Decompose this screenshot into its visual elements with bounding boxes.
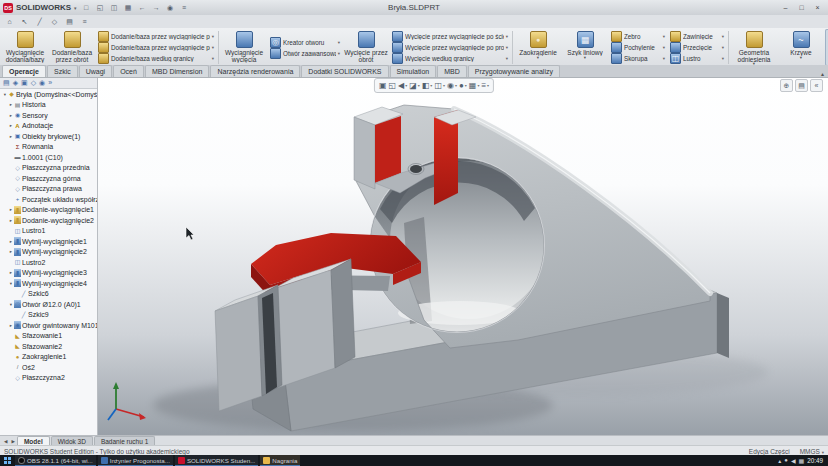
taskbar-item-nagrania[interactable]: Nagrania	[260, 455, 300, 466]
taskbar-item-obs-28-1-1-64-bit-wi[interactable]: OBS 28.1.1 (64-bit, wi...	[15, 455, 96, 466]
rebuild-icon[interactable]: ◉	[164, 1, 177, 14]
tree-item-płaszczyzna2[interactable]: ◇Płaszczyzna2	[0, 373, 97, 384]
ribbon-button-dodanie-baza-według-granicy[interactable]: Dodanie/baza według granicy▾	[96, 53, 216, 64]
tree-item-zaokrąglenie1[interactable]: ●Zaokrąglenie1	[0, 352, 97, 363]
tree-item-historia[interactable]: ▸▤Historia	[0, 100, 97, 111]
tab-operacje[interactable]: Operacje	[2, 65, 46, 77]
tree-item-szkic6[interactable]: ╱Szkic6	[0, 289, 97, 300]
tree-item-obiekty-bryłowe-1[interactable]: ▸▣Obiekty bryłowe(1)	[0, 131, 97, 142]
tree-item-dodanie-wyciągnięcie2[interactable]: ▸▮Dodanie-wyciągnięcie2	[0, 215, 97, 226]
tree-item-płaszczyzna-górna[interactable]: ◇Płaszczyzna górna	[0, 173, 97, 184]
task-pane-collapse-icon[interactable]: «	[810, 79, 823, 92]
start-button[interactable]	[2, 455, 13, 466]
redo-icon[interactable]: →	[150, 1, 163, 14]
network-icon[interactable]: ▦	[799, 457, 805, 464]
tray-expand-icon[interactable]: ▴	[778, 457, 781, 464]
units-selector[interactable]: MMGS ▾	[800, 448, 824, 455]
model-base-right-face[interactable]	[717, 293, 729, 358]
tree-item-lustro2[interactable]: ◫Lustro2	[0, 257, 97, 268]
home-icon[interactable]: ⌂	[3, 15, 16, 28]
tree-item-sfazowanie2[interactable]: ◣Sfazowanie2	[0, 341, 97, 352]
ribbon-button-wyciągnięcie-dodania-bazy[interactable]: Wyciągnięcie dodania/bazy	[2, 29, 48, 66]
graphics-area[interactable]: ▣◱◀▾◪▾◧▾◫▾◉▾●▾▦▾≡▾ ⊕▤«	[98, 77, 828, 435]
minimize-button[interactable]: –	[778, 2, 793, 13]
tree-item-oś2[interactable]: /Oś2	[0, 362, 97, 373]
tab-simulation[interactable]: Simulation	[390, 65, 437, 77]
save-icon[interactable]: ◫	[108, 1, 121, 14]
close-button[interactable]: ×	[810, 2, 825, 13]
tab-przygotowywanie-analizy[interactable]: Przygotowywanie analizy	[468, 65, 560, 77]
tree-item-adnotacje[interactable]: ▸AAdnotacje	[0, 121, 97, 132]
print-icon[interactable]: ▦	[122, 1, 135, 14]
dimxpertmanager-tab-icon[interactable]: ◇	[31, 78, 36, 87]
tab-uwagi[interactable]: Uwagi	[79, 65, 112, 77]
tab-mbd[interactable]: MBD	[437, 65, 467, 77]
tree-item-bryła-domyślna-domyślna-s[interactable]: ▾◆Bryła (Domyślna<<Domyślna>_S	[0, 89, 97, 100]
ribbon-button-dodanie-baza-przez-wyciągnięcie-po-profi[interactable]: Dodanie/baza przez wyciągnięcie po profi…	[96, 42, 216, 53]
maximize-button[interactable]: □	[794, 2, 809, 13]
zoom-area-icon[interactable]: ◱	[388, 80, 396, 91]
tree-item-sfazowanie1[interactable]: ◣Sfazowanie1	[0, 331, 97, 342]
tab-oceń[interactable]: Oceń	[113, 65, 144, 77]
tab-szkic[interactable]: Szkic	[47, 65, 78, 77]
ribbon-button-skorupa[interactable]: Skorupa▾	[609, 53, 667, 64]
sketch-tool-icon[interactable]: ╱	[33, 15, 46, 28]
ribbon-button-szyk-liniowy[interactable]: Szyk liniowy▾	[562, 29, 608, 66]
options-icon[interactable]: ≡	[178, 1, 191, 14]
undo-icon[interactable]: ←	[136, 1, 149, 14]
collapse-ribbon-icon[interactable]: ▴	[821, 70, 824, 77]
ribbon-button-zawinięcie[interactable]: Zawinięcie▾	[668, 31, 726, 42]
featuremanager-tab-icon[interactable]: ▤	[3, 78, 10, 87]
configurationmanager-tab-icon[interactable]: ▣	[21, 78, 28, 87]
model-canvas[interactable]	[98, 77, 828, 435]
ribbon-button-pochylenie[interactable]: Pochylenie▾	[609, 42, 667, 53]
tree-item-początek-układu-współrzędnych[interactable]: +Początek układu współrzędnych	[0, 194, 97, 205]
ribbon-button-wyciągnięcie-wycięcia[interactable]: Wyciągnięcie wycięcia	[221, 29, 267, 66]
zoom-fit-icon[interactable]: ▣	[379, 80, 387, 91]
tree-item-otwór-gwintowany-m101[interactable]: ▸◉Otwór gwintowany M101	[0, 320, 97, 331]
model-right-block-front[interactable]	[273, 270, 335, 388]
taskbar-item-solidworks-studen[interactable]: SOLIDWORKS Studen...	[175, 455, 258, 466]
ribbon-button-dodanie-baza-przez-wyciągnięcie-po-ścież[interactable]: Dodanie/baza przez wyciągnięcie po ścież…	[96, 31, 216, 42]
select-icon[interactable]: ↖	[18, 15, 31, 28]
apply-scene-icon[interactable]: ▦▾	[469, 80, 480, 91]
tree-item-szkic9[interactable]: ╱Szkic9	[0, 310, 97, 321]
ribbon-button-lustro[interactable]: Lustro▾	[668, 53, 726, 64]
tree-item-wytnij-wyciągnięcie4[interactable]: ▾▮Wytnij-wyciągnięcie4	[0, 278, 97, 289]
ribbon-button-wycięcie-przez-wyciągnięcie-po-ścieżce[interactable]: Wycięcie przez wyciągnięcie po ścieżce▾	[390, 31, 510, 42]
expand-tabs-icon[interactable]: »	[48, 78, 52, 87]
tab-scroll-left-icon[interactable]: ◀	[2, 439, 9, 444]
tree-item-1-0001-c10[interactable]: ▬1.0001 (C10)	[0, 152, 97, 163]
task-pane-resources-icon[interactable]: ⊕	[780, 79, 793, 92]
model-right-block-side[interactable]	[331, 259, 355, 368]
tab-scroll-right-icon[interactable]: ▶	[9, 439, 16, 444]
brand-caret-icon[interactable]: ▾	[74, 5, 77, 11]
tree-item-wytnij-wyciągnięcie1[interactable]: ▸▮Wytnij-wyciągnięcie1	[0, 236, 97, 247]
menu-icon[interactable]: ≡	[78, 15, 91, 28]
view-tool-icon[interactable]: ▤	[63, 15, 76, 28]
plane-tool-icon[interactable]: ◇	[48, 15, 61, 28]
new-file-icon[interactable]: □	[80, 1, 93, 14]
ribbon-button-otwór-zaawansowany[interactable]: Otwór zaawansowany▾	[268, 48, 342, 59]
ribbon-button-wycięcie-według-granicy[interactable]: Wycięcie według granicy▾	[390, 53, 510, 64]
edit-appearance-icon[interactable]: ●▾	[459, 80, 467, 91]
ribbon-button-geometria-odniesienia[interactable]: Geometria odniesienia▾	[731, 29, 777, 66]
ribbon-button-wycięcie-przez-obrót[interactable]: Wycięcie przez obrót	[343, 29, 389, 66]
ribbon-button-wycięcie-przez-wyciągnięcie-po-profilach[interactable]: Wycięcie przez wyciągnięcie po profilach…	[390, 42, 510, 53]
tab-narzędzia-renderowania[interactable]: Narzędzia renderowania	[210, 65, 300, 77]
ribbon-button-dodanie-baza-przez-obrót[interactable]: Dodanie/baza przez obrót	[49, 29, 95, 66]
taskbar-item-inżynier-progonosta[interactable]: Inżynier Progonosta...	[98, 455, 173, 466]
tree-item-lustro1[interactable]: ◫Lustro1	[0, 226, 97, 237]
tab-dodatki-solidworks[interactable]: Dodatki SOLIDWORKS	[301, 65, 388, 77]
model-notch-left-block-front[interactable]	[354, 117, 375, 189]
tree-item-wytnij-wyciągnięcie2[interactable]: ▸▮Wytnij-wyciągnięcie2	[0, 247, 97, 258]
tree-item-otwór-12-0-a0-1[interactable]: ▾◎Otwór Ø12.0 (A0)1	[0, 299, 97, 310]
tree-item-równania[interactable]: ΣRównania	[0, 142, 97, 153]
tree-item-płaszczyzna-przednia[interactable]: ◇Płaszczyzna przednia	[0, 163, 97, 174]
view-settings-icon[interactable]: ≡▾	[481, 80, 489, 91]
propertymanager-tab-icon[interactable]: ◈	[13, 78, 18, 87]
clock[interactable]: 20:49	[807, 457, 823, 464]
model-left-block-front[interactable]	[215, 296, 262, 411]
model-red-notch-left-wall[interactable]	[375, 116, 401, 183]
task-pane-library-icon[interactable]: ▤	[795, 79, 808, 92]
